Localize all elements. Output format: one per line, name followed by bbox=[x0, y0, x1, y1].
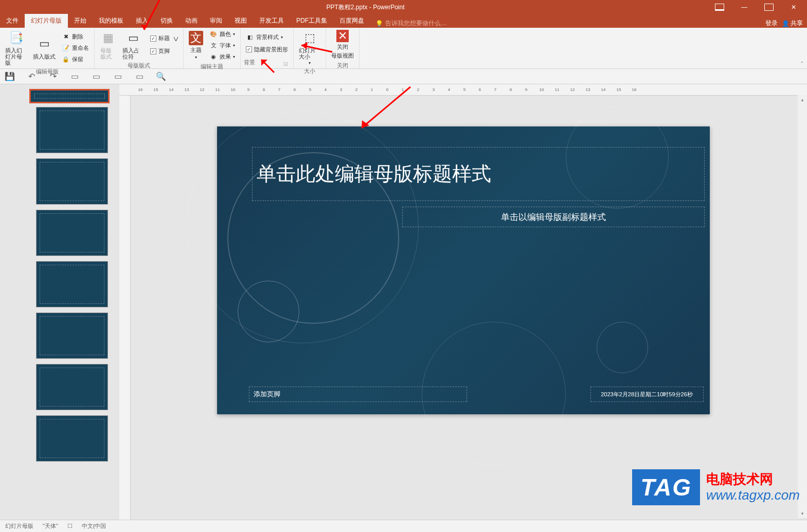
themes-button[interactable]: 文主题▾ bbox=[187, 30, 205, 61]
qat-btn-8[interactable]: 🔍 bbox=[156, 72, 166, 81]
delete-button[interactable]: ✖删除 bbox=[60, 31, 91, 42]
background-styles-button[interactable]: ◧背景样式 ▾ bbox=[244, 32, 290, 43]
tab-pdf[interactable]: PDF工具集 bbox=[290, 14, 333, 28]
footer-placeholder[interactable]: 添加页脚 bbox=[249, 387, 467, 402]
watermark-url: www.tagxp.com bbox=[706, 487, 800, 503]
slide-master[interactable]: 单击此处编辑母版标题样式 单击以编辑母版副标题样式 添加页脚 2023年2月28… bbox=[217, 126, 710, 414]
annotation-arrow bbox=[256, 54, 277, 75]
layout-thumbnail[interactable] bbox=[36, 364, 108, 410]
group-edit-master: 📑插入幻灯片母版 ▭插入版式 ✖删除 📝重命名 🔒保留 编辑母版 bbox=[0, 28, 95, 68]
tell-me[interactable]: 💡告诉我您想要做什么… bbox=[375, 19, 447, 28]
language-icon[interactable]: ☐ bbox=[67, 523, 73, 529]
layout-icon: ▭ bbox=[36, 35, 52, 52]
tab-file[interactable]: 文件 bbox=[0, 14, 25, 28]
scroll-up[interactable]: ▲ bbox=[798, 95, 807, 104]
share-button[interactable]: 👤共享 bbox=[782, 19, 803, 28]
annotation-arrow bbox=[134, 0, 175, 38]
master-layout-button[interactable]: ▦母版版式 bbox=[98, 29, 118, 61]
svg-line-0 bbox=[144, 0, 159, 30]
statusbar: 幻灯片母版 "天体" ☐ 中文(中国 bbox=[0, 520, 807, 532]
tab-dev[interactable]: 开发工具 bbox=[253, 14, 290, 28]
footers-checkbox[interactable]: ✓页脚 bbox=[148, 46, 180, 56]
background-icon: ◧ bbox=[246, 33, 254, 42]
rename-button[interactable]: 📝重命名 bbox=[60, 43, 91, 53]
checkbox-icon: ✓ bbox=[246, 46, 252, 52]
ribbon-display-options[interactable] bbox=[708, 0, 731, 14]
effects-button[interactable]: ◉效果 ▾ bbox=[207, 51, 237, 62]
status-language[interactable]: 中文(中国 bbox=[82, 522, 106, 530]
group-label: 母版版式 bbox=[98, 61, 180, 70]
ribbon: 📑插入幻灯片母版 ▭插入版式 ✖删除 📝重命名 🔒保留 编辑母版 ▦母版版式 ▭… bbox=[0, 28, 807, 69]
preserve-button[interactable]: 🔒保留 bbox=[60, 54, 91, 64]
lightbulb-icon: 💡 bbox=[375, 20, 383, 27]
quick-access-toolbar: 💾 ↶ ↷ ▭ ▭ ▭ ▭ 🔍 bbox=[0, 69, 807, 84]
layout-thumbnail[interactable] bbox=[36, 415, 108, 462]
titlebar: PPT教程2.pptx - PowerPoint — ✕ bbox=[0, 0, 807, 14]
group-label: 背景 bbox=[244, 59, 255, 66]
tab-baidu[interactable]: 百度网盘 bbox=[333, 14, 370, 28]
dialog-launcher[interactable]: ◲ bbox=[281, 61, 290, 66]
colors-icon: 🎨 bbox=[209, 30, 218, 38]
layout-thumbnail[interactable] bbox=[36, 261, 108, 307]
ribbon-tabs: 文件 幻灯片母版 开始 我的模板 插入 切换 动画 审阅 视图 开发工具 PDF… bbox=[0, 14, 807, 28]
watermark-text: 电脑技术网 bbox=[706, 471, 800, 487]
delete-icon: ✖ bbox=[62, 32, 70, 41]
layout-thumbnail[interactable] bbox=[36, 107, 108, 153]
slide-master-icon: 📑 bbox=[8, 30, 24, 46]
qat-btn-6[interactable]: ▭ bbox=[113, 72, 122, 81]
group-edit-theme: 文主题▾ 🎨颜色 ▾ 文字体 ▾ ◉效果 ▾ 编辑主题 bbox=[184, 28, 241, 68]
editor-area: 1615141312111098765432101234567891011121… bbox=[119, 84, 807, 520]
tab-animation[interactable]: 动画 bbox=[179, 14, 204, 28]
insert-slide-master-button[interactable]: 📑插入幻灯片母版 bbox=[3, 29, 29, 67]
thumbnail-pane[interactable] bbox=[0, 84, 119, 520]
subtitle-placeholder[interactable]: 单击以编辑母版副标题样式 bbox=[402, 207, 705, 227]
preserve-icon: 🔒 bbox=[62, 55, 70, 63]
status-mode: 幻灯片母版 bbox=[5, 522, 33, 530]
layout-thumbnail[interactable] bbox=[36, 210, 108, 256]
fonts-icon: 文 bbox=[209, 41, 218, 49]
group-label: 编辑母版 bbox=[3, 67, 91, 77]
maximize-button[interactable] bbox=[758, 0, 780, 14]
window-title: PPT教程2.pptx - PowerPoint bbox=[23, 3, 708, 12]
close-button[interactable]: ✕ bbox=[782, 0, 805, 14]
share-icon: 👤 bbox=[782, 20, 790, 27]
qat-btn-7[interactable]: ▭ bbox=[135, 72, 144, 81]
svg-line-6 bbox=[362, 87, 410, 128]
horizontal-ruler[interactable]: 1615141312111098765432101234567891011121… bbox=[119, 84, 807, 96]
watermark-tag: TAG bbox=[632, 469, 700, 505]
login-button[interactable]: 登录 bbox=[765, 19, 778, 28]
workspace: 1615141312111098765432101234567891011121… bbox=[0, 84, 807, 520]
tab-my-templates[interactable]: 我的模板 bbox=[93, 14, 130, 28]
tab-slide-master[interactable]: 幻灯片母版 bbox=[25, 14, 68, 28]
watermark: TAG 电脑技术网 www.tagxp.com bbox=[632, 469, 800, 505]
colors-button[interactable]: 🎨颜色 ▾ bbox=[207, 29, 237, 39]
slide-canvas[interactable]: 单击此处编辑母版标题样式 单击以编辑母版副标题样式 添加页脚 2023年2月28… bbox=[119, 96, 807, 520]
group-label: 编辑主题 bbox=[187, 62, 237, 71]
hide-bg-graphics-checkbox[interactable]: ✓隐藏背景图形 bbox=[244, 45, 290, 54]
effects-icon: ◉ bbox=[209, 52, 218, 61]
group-label: 大小 bbox=[297, 66, 322, 76]
collapse-ribbon[interactable]: ⌃ bbox=[800, 61, 804, 66]
vertical-ruler[interactable] bbox=[119, 96, 131, 520]
svg-marker-7 bbox=[362, 120, 369, 128]
layout-thumbnail[interactable] bbox=[36, 313, 108, 359]
layout-thumbnail[interactable] bbox=[36, 158, 108, 205]
master-layout-icon: ▦ bbox=[100, 30, 116, 46]
svg-marker-3 bbox=[301, 42, 308, 49]
tab-review[interactable]: 审阅 bbox=[204, 14, 228, 28]
date-placeholder[interactable]: 2023年2月28日星期二10时59分26秒 bbox=[590, 387, 704, 402]
vertical-scrollbar[interactable]: ▲ ▼ bbox=[798, 95, 807, 518]
checkbox-icon: ✓ bbox=[150, 48, 156, 54]
status-theme: "天体" bbox=[43, 522, 58, 530]
tab-home[interactable]: 开始 bbox=[68, 14, 93, 28]
annotation-arrow bbox=[296, 29, 337, 60]
insert-layout-button[interactable]: ▭插入版式 bbox=[31, 34, 58, 62]
qat-btn-5[interactable]: ▭ bbox=[92, 72, 101, 81]
scroll-down[interactable]: ▼ bbox=[798, 509, 807, 518]
minimize-button[interactable]: — bbox=[733, 0, 756, 14]
fonts-button[interactable]: 文字体 ▾ bbox=[207, 40, 237, 50]
title-placeholder[interactable]: 单击此处编辑母版标题样式 bbox=[252, 147, 705, 201]
tab-view[interactable]: 视图 bbox=[228, 14, 253, 28]
master-thumbnail[interactable] bbox=[31, 90, 108, 102]
annotation-arrow bbox=[354, 84, 416, 136]
